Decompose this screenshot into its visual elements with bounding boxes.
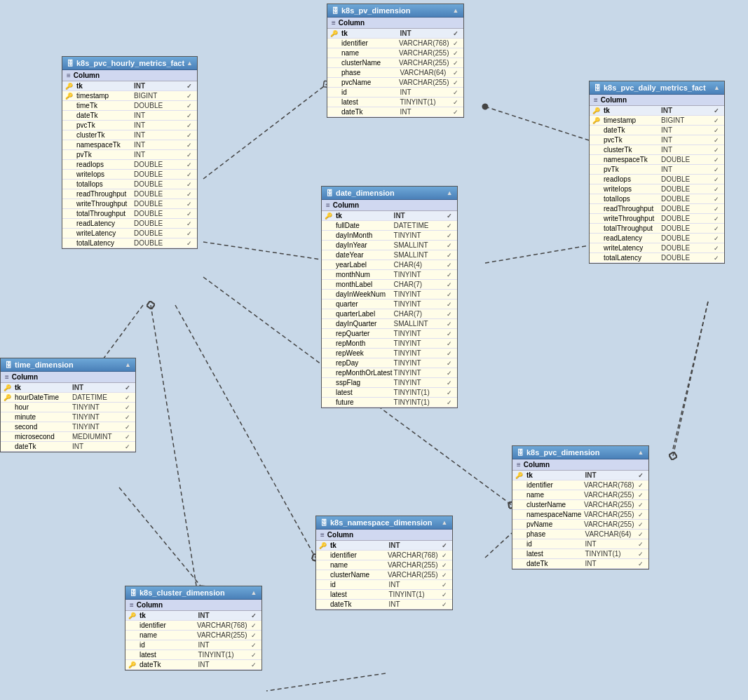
col-check-cell: ✓ — [712, 255, 721, 262]
col-name-cell: namespaceTk — [76, 141, 132, 149]
col-check-cell: ✓ — [712, 117, 721, 124]
collapse-icon[interactable]: ▲ — [447, 189, 453, 196]
col-name-cell: repMonth — [336, 339, 393, 347]
col-name-cell: tk — [330, 541, 388, 549]
collapse-icon[interactable]: ▲ — [186, 60, 193, 67]
col-name-cell: yearLabel — [336, 261, 393, 269]
col-check-cell: ✓ — [636, 482, 646, 489]
col-check-cell: ✓ — [444, 222, 454, 229]
col-check-cell: ✓ — [184, 210, 194, 217]
table-row: readIopsDOUBLE✓ — [590, 175, 724, 184]
col-check-cell: ✓ — [444, 291, 454, 298]
collapse-icon[interactable]: ▲ — [251, 589, 257, 596]
table-row: dateTkINT✓ — [590, 126, 724, 135]
table-k8s_cluster_dimension: 🗄k8s_cluster_dimension▲≡Column🔑tkINT✓ide… — [125, 586, 262, 671]
table-k8s_pv_dimension: 🗄k8s_pv_dimension▲≡Column🔑tkINT✓identifi… — [327, 4, 464, 118]
collapse-icon[interactable]: ▲ — [638, 449, 644, 456]
table-row: dayInQuarterSMALLINT✓ — [322, 319, 457, 329]
col-name-cell: sspFlag — [336, 379, 393, 386]
col-check-cell: ✓ — [184, 83, 194, 90]
col-check-cell: ✓ — [444, 252, 454, 259]
col-name-cell: writeLatency — [76, 229, 132, 237]
svg-line-3 — [485, 245, 589, 263]
col-name-cell: repWeek — [336, 349, 393, 357]
col-name-cell: pvcTk — [76, 121, 132, 129]
collapse-icon[interactable]: ▲ — [453, 7, 459, 14]
col-check-cell: ✓ — [444, 330, 454, 337]
col-name-cell: tk — [76, 82, 132, 90]
col-check-cell: ✓ — [451, 79, 461, 86]
col-name-cell: dateTk — [526, 560, 584, 567]
col-check-cell: ✓ — [712, 127, 721, 134]
col-type-cell: INT — [198, 612, 247, 619]
col-name-cell: writeThroughput — [76, 200, 132, 208]
col-check-cell: ✓ — [123, 384, 132, 391]
col-check-cell: ✓ — [184, 201, 194, 208]
table-row: dayInMonthTINYINT✓ — [322, 231, 457, 241]
col-type-cell: DOUBLE — [134, 180, 183, 188]
table-row: totalLatencyDOUBLE✓ — [62, 238, 197, 248]
col-type-cell: BIGINT — [661, 116, 710, 124]
col-check-cell: ✓ — [184, 220, 194, 227]
col-name-cell: pvTk — [604, 166, 660, 173]
database-icon: 🗄 — [332, 7, 339, 15]
table-row: repQuarterTINYINT✓ — [322, 329, 457, 339]
collapse-icon[interactable]: ▲ — [442, 519, 448, 526]
col-type-cell: INT — [198, 661, 247, 668]
col-check-cell: ✓ — [184, 181, 194, 188]
col-check-cell: ✓ — [636, 502, 646, 509]
col-type-cell: DOUBLE — [661, 195, 710, 203]
col-type-cell: TINYINT(1) — [585, 550, 634, 558]
col-name-cell: dateTk — [604, 126, 660, 134]
col-name-cell: latest — [140, 651, 197, 659]
table-row: nameVARCHAR(255)✓ — [316, 560, 452, 570]
key-icon: 🔑 — [592, 117, 602, 124]
col-name-cell: writeIops — [604, 185, 660, 193]
col-check-cell: ✓ — [451, 109, 461, 116]
table-header-k8s_cluster_dimension: 🗄k8s_cluster_dimension▲ — [125, 586, 261, 600]
col-name-cell: clusterTk — [76, 131, 132, 139]
table-title-k8s_namespace_dimension: 🗄k8s_namespace_dimension — [320, 518, 433, 527]
table-row: quarterTINYINT✓ — [322, 299, 457, 309]
col-type-cell: DOUBLE — [134, 220, 183, 227]
col-type-cell: INT — [134, 151, 183, 159]
col-check-cell: ✓ — [123, 394, 132, 401]
table-row: dateYearSMALLINT✓ — [322, 250, 457, 260]
table-row: writeLatencyDOUBLE✓ — [590, 243, 724, 253]
table-row: 🔑timestampBIGINT✓ — [62, 91, 197, 101]
key-icon: 🔑 — [65, 93, 75, 100]
col-name-cell: dateYear — [336, 251, 393, 259]
table-row: pvcTkINT✓ — [590, 135, 724, 145]
col-type-cell: DOUBLE — [661, 156, 710, 163]
col-type-cell: INT — [400, 29, 449, 37]
collapse-icon[interactable]: ▲ — [714, 84, 720, 91]
col-type-cell: VARCHAR(255) — [399, 79, 449, 86]
table-row: latestTINYINT(1)✓ — [316, 590, 452, 600]
table-row: phaseVARCHAR(64)✓ — [512, 530, 648, 539]
table-row: totalThroughputDOUBLE✓ — [590, 224, 724, 234]
col-name-cell: pvTk — [76, 151, 132, 159]
col-type-cell: DOUBLE — [134, 200, 183, 208]
col-name-cell: tk — [526, 471, 584, 479]
database-icon: 🗄 — [517, 449, 524, 457]
col-check-cell: ✓ — [444, 271, 454, 278]
col-name-cell: readLatency — [76, 220, 132, 227]
table-row: identifierVARCHAR(768)✓ — [125, 621, 261, 631]
collapse-icon[interactable]: ▲ — [125, 361, 131, 368]
col-name-cell: pvcName — [341, 79, 397, 86]
col-type-cell: INT — [661, 107, 710, 114]
col-name-cell: name — [341, 49, 397, 57]
table-k8s_namespace_dimension: 🗄k8s_namespace_dimension▲≡Column🔑tkINT✓i… — [315, 516, 453, 610]
table-row: pvNameVARCHAR(255)✓ — [512, 520, 648, 530]
col-check-cell: ✓ — [123, 414, 132, 421]
col-name-cell: dayInWeekNum — [336, 290, 393, 298]
database-icon: 🗄 — [67, 60, 74, 67]
col-name-cell: repMonthOrLatest — [336, 369, 393, 377]
col-check-cell: ✓ — [451, 30, 461, 37]
table-row: nameVARCHAR(255)✓ — [327, 48, 463, 58]
svg-line-12 — [673, 302, 708, 449]
table-title-k8s_pv_dimension: 🗄k8s_pv_dimension — [332, 6, 410, 15]
col-type-cell: DOUBLE — [661, 205, 710, 213]
col-name-cell: totalIops — [76, 180, 132, 188]
col-check-cell: ✓ — [451, 40, 461, 47]
